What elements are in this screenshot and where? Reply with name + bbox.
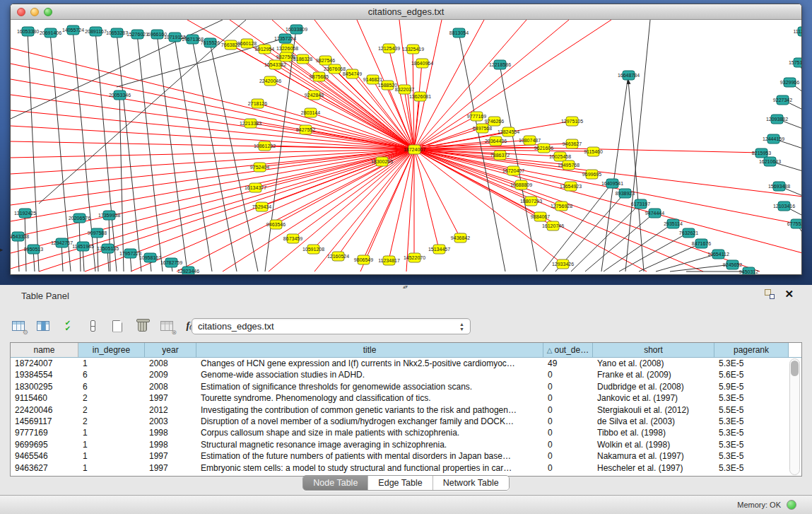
table-row[interactable]: 911546021997Tourette syndrome. Phenomeno… <box>11 392 801 404</box>
cell-name: 22420046 <box>11 404 78 416</box>
column-header-short[interactable]: short <box>593 343 714 357</box>
cell-title: Investigating the contribution of common… <box>196 404 543 416</box>
network-view-window[interactable]: citations_edges.txt 18724007766382286601… <box>10 4 802 275</box>
table-selector-dropdown[interactable]: citations_edges.txt ▲▼ <box>192 318 471 334</box>
window-titlebar[interactable]: citations_edges.txt <box>11 4 801 20</box>
graph-node-label: 19495768 <box>558 163 579 168</box>
cell-title: Genome-wide association studies in ADHD. <box>196 369 543 380</box>
column-header-title[interactable]: title <box>196 343 543 357</box>
graph-edge <box>28 31 39 271</box>
graph-edge <box>157 34 187 271</box>
graph-edge <box>11 149 414 189</box>
graph-node-label: 12213383 <box>240 121 261 126</box>
graph-node-label: 2935114 <box>664 221 683 226</box>
table-row[interactable]: 2242004622012Investigating the contribut… <box>11 404 801 416</box>
graph-edge <box>192 39 237 271</box>
column-checklist-icon[interactable]: ✔✔ <box>59 318 76 334</box>
graph-node-label: 9242848 <box>305 93 324 98</box>
graph-node-label: 18640964 <box>411 61 433 66</box>
memory-status-label: Memory: OK <box>737 501 781 509</box>
table-settings-icon[interactable]: ⚙ <box>10 318 27 334</box>
float-panel-icon[interactable] <box>765 289 775 299</box>
table-row[interactable]: 1938455462009Genome-wide association stu… <box>11 369 801 380</box>
graph-node-label: 10654112 <box>707 252 729 257</box>
graph-node-label: 16210643 <box>759 159 781 164</box>
column-select-icon[interactable] <box>35 318 52 334</box>
cell-year: 1997 <box>145 450 196 462</box>
graph-edge <box>255 149 414 187</box>
graph-node-label: 19543338 <box>11 234 29 239</box>
graph-node-label: 13626081 <box>409 94 431 99</box>
tab-edge-table[interactable]: Edge Table <box>368 476 433 490</box>
table-row[interactable]: 946554611997Estimation of the future num… <box>11 450 801 462</box>
cell-short: Hescheler et al. (1997) <box>593 462 714 474</box>
table-row[interactable]: 946362711997Embryonic stem cells: a mode… <box>11 462 801 474</box>
graph-node-label: 23676068 <box>324 66 346 71</box>
table-row[interactable]: 1830029562008Estimation of significance … <box>11 381 801 392</box>
delete-column-icon[interactable] <box>134 318 151 334</box>
graph-node-label: 14055724 <box>62 28 84 33</box>
cell-out_de: 0 <box>543 416 593 427</box>
cell-pagerank: 5.3E-5 <box>714 358 789 369</box>
attribute-table[interactable]: namein_degreeyeartitle△out_de…shortpager… <box>10 342 802 477</box>
cell-year: 1997 <box>145 462 196 474</box>
graph-node-label: 15276021 <box>126 32 148 37</box>
new-column-icon[interactable] <box>109 318 126 334</box>
splitter-grip[interactable]: ▴▾ <box>403 284 407 290</box>
close-panel-icon[interactable]: ✕ <box>784 289 794 299</box>
cell-in_degree: 1 <box>78 439 145 450</box>
graph-node-label: 9806549 <box>354 257 373 262</box>
table-scrollbar-thumb[interactable] <box>791 361 799 376</box>
table-scrollbar[interactable] <box>789 358 800 475</box>
graph-node-label: 12975105 <box>561 119 583 124</box>
graph-edge <box>276 149 414 224</box>
cell-short: Nakamura et al. (1997) <box>593 450 714 462</box>
desktop-background: citations_edges.txt 18724007766382286601… <box>0 0 812 285</box>
graph-node-label: 12923446 <box>177 269 199 274</box>
graph-node-label: 2803144 <box>301 110 320 115</box>
hidden-panel-grip[interactable]: ▸ <box>0 246 6 253</box>
graph-node-label: 9621606 <box>534 146 553 151</box>
column-header-year[interactable]: year <box>145 343 196 357</box>
cell-year: 2003 <box>145 416 196 427</box>
column-header-name[interactable]: name <box>11 343 78 357</box>
cell-year: 2009 <box>145 369 196 380</box>
column-header-pagerank[interactable]: pagerank <box>714 343 789 357</box>
panel-title: Table Panel <box>21 291 69 301</box>
graph-node-label: 10688809 <box>510 182 532 187</box>
graph-node-label: 18300295 <box>371 159 393 164</box>
graph-edge <box>414 149 801 253</box>
rows-icon[interactable] <box>84 318 101 334</box>
table-row[interactable]: 1456911722003Disruption of a novel membe… <box>11 416 801 427</box>
cell-pagerank: 5.9E-5 <box>714 381 789 392</box>
column-header-in_degree[interactable]: in_degree <box>78 343 145 357</box>
column-header-out_de[interactable]: △out_de… <box>543 343 593 357</box>
delete-table-icon[interactable]: ⊗ <box>158 318 175 334</box>
graph-node-label: 10025458 <box>549 154 571 159</box>
graph-edge <box>131 149 414 271</box>
cell-in_degree: 2 <box>78 404 145 416</box>
table-row[interactable]: 1872400712008Changes of HCN gene express… <box>11 358 801 369</box>
graph-node-label: 16134377 <box>245 185 266 190</box>
graph-edge <box>11 149 414 174</box>
cell-year: 1997 <box>145 392 196 404</box>
cell-in_degree: 2 <box>78 416 145 427</box>
cell-in_degree: 6 <box>78 381 145 392</box>
tab-node-table[interactable]: Node Table <box>303 476 368 490</box>
graph-node-label: 8938923 <box>616 191 635 196</box>
table-row[interactable]: 977716911998Corpus callosum shape and si… <box>11 427 801 438</box>
cell-out_de: 0 <box>543 404 593 416</box>
table-row[interactable]: 969969511998Structural magnetic resonanc… <box>11 439 801 450</box>
cell-title: Estimation of significance thresholds fo… <box>196 381 543 392</box>
network-graph[interactable]: 1872400776638228660128891295413226058982… <box>11 20 801 274</box>
graph-node-label: 18724007 <box>404 147 425 152</box>
graph-node-label: 9746266 <box>485 119 504 124</box>
graph-node-label: 12125439 <box>378 46 400 51</box>
cell-in_degree: 6 <box>78 369 145 380</box>
graph-node-label: 8950513 <box>24 247 43 252</box>
cell-in_degree: 1 <box>78 427 145 438</box>
cell-short: de Silva et al. (2003) <box>593 416 714 427</box>
graph-node-label: 8322037 <box>395 87 414 92</box>
network-canvas[interactable]: 1872400776638228660128891295413226058982… <box>11 20 801 274</box>
tab-network-table[interactable]: Network Table <box>433 476 509 490</box>
